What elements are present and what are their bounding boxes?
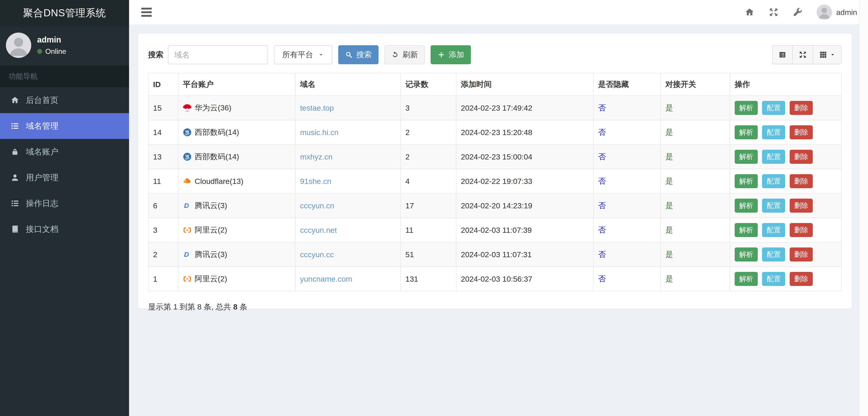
home-icon (10, 96, 20, 105)
switch-toggle[interactable]: 是 (665, 103, 673, 112)
hidden-toggle[interactable]: 否 (598, 274, 606, 283)
pagination-view-button[interactable] (772, 45, 793, 64)
svg-text:D: D (184, 202, 189, 209)
domain-link[interactable]: mxhyz.cn (300, 152, 333, 161)
config-button[interactable]: 配置 (762, 199, 785, 213)
hidden-toggle[interactable]: 否 (598, 128, 606, 136)
search-input[interactable] (168, 45, 268, 64)
config-button[interactable]: 配置 (762, 101, 785, 115)
switch-toggle[interactable]: 是 (665, 201, 673, 210)
switch-toggle[interactable]: 是 (665, 274, 673, 283)
table-summary: 显示第 1 到第 8 条, 总共 8 条 (148, 302, 842, 312)
cloudflare-icon (183, 177, 191, 185)
cell-actions: 解析 配置 删除 (730, 242, 841, 267)
domain-link[interactable]: 91she.cn (300, 177, 331, 185)
list-view-icon (778, 51, 786, 59)
delete-button[interactable]: 删除 (790, 223, 813, 237)
delete-button[interactable]: 删除 (790, 150, 813, 164)
config-button[interactable]: 配置 (762, 174, 785, 188)
resolve-button[interactable]: 解析 (735, 247, 758, 262)
page-scrollbar[interactable] (859, 0, 868, 416)
cell-switch: 是 (661, 144, 730, 169)
delete-button[interactable]: 删除 (790, 199, 813, 213)
columns-toggle-button[interactable] (813, 45, 842, 64)
sidebar-toggle-icon[interactable] (140, 6, 153, 18)
topbar: admin (129, 0, 868, 25)
domain-link[interactable]: cccyun.cc (300, 250, 334, 259)
domain-link[interactable]: cccyun.cn (300, 201, 334, 210)
search-button[interactable]: 搜索 (338, 45, 378, 64)
user-menu[interactable]: admin (816, 4, 857, 20)
resolve-button[interactable]: 解析 (735, 125, 758, 139)
fullscreen-icon[interactable] (769, 7, 779, 17)
refresh-button[interactable]: 刷新 (384, 45, 425, 64)
delete-button[interactable]: 删除 (790, 247, 813, 262)
hidden-toggle[interactable]: 否 (598, 177, 606, 185)
domains-table: ID 平台账户 域名 记录数 添加时间 是否隐藏 对接开关 操作 15 (148, 73, 842, 291)
delete-button[interactable]: 删除 (790, 125, 813, 139)
sidebar-item-api-docs[interactable]: 接口文档 (0, 216, 129, 242)
delete-button[interactable]: 删除 (790, 272, 813, 286)
config-button[interactable]: 配置 (762, 223, 785, 237)
cell-platform: D 腾讯云(3) (178, 242, 295, 267)
settings-wrench-icon[interactable] (793, 7, 803, 17)
sidebar-item-dashboard[interactable]: 后台首页 (0, 87, 129, 113)
config-button[interactable]: 配置 (762, 272, 785, 286)
cell-switch: 是 (661, 194, 730, 218)
log-icon (10, 199, 20, 208)
caret-down-icon (830, 52, 835, 58)
cell-hidden: 否 (593, 96, 661, 120)
cell-id: 2 (148, 242, 178, 267)
cell-domain: 91she.cn (295, 169, 401, 194)
resolve-button[interactable]: 解析 (735, 150, 758, 164)
hidden-toggle[interactable]: 否 (598, 103, 606, 112)
sidebar: 聚合DNS管理系统 admin Online 功能导航 后台首页 域名管理 (0, 0, 129, 416)
switch-toggle[interactable]: 是 (665, 226, 673, 234)
cell-added-time: 2024-02-22 19:07:33 (456, 169, 593, 194)
config-button[interactable]: 配置 (762, 150, 785, 164)
platform-select[interactable]: 所有平台 (274, 45, 332, 64)
cell-switch: 是 (661, 242, 730, 267)
cell-hidden: 否 (593, 267, 661, 291)
hidden-toggle[interactable]: 否 (598, 152, 606, 161)
resolve-button[interactable]: 解析 (735, 199, 758, 213)
hidden-toggle[interactable]: 否 (598, 201, 606, 210)
hidden-toggle[interactable]: 否 (598, 250, 606, 258)
table-row: 13 W 西部数码(14) mxhyz.cn 2 2024-02-23 15:0… (148, 144, 841, 169)
cell-switch: 是 (661, 267, 730, 291)
domain-link[interactable]: music.hi.cn (300, 128, 338, 137)
resolve-button[interactable]: 解析 (735, 272, 758, 286)
switch-toggle[interactable]: 是 (665, 128, 673, 136)
add-button[interactable]: 添加 (431, 45, 471, 64)
domain-link[interactable]: yuncname.com (300, 275, 352, 283)
fullscreen-table-button[interactable] (793, 45, 813, 64)
sidebar-item-domains[interactable]: 域名管理 (0, 113, 129, 139)
switch-toggle[interactable]: 是 (665, 250, 673, 258)
delete-button[interactable]: 删除 (790, 101, 813, 115)
domain-link[interactable]: cccyun.net (300, 226, 337, 234)
table-row: 14 W 西部数码(14) music.hi.cn 2 2024-02-23 1… (148, 120, 841, 144)
sidebar-item-logs[interactable]: 操作日志 (0, 190, 129, 216)
config-button[interactable]: 配置 (762, 125, 785, 139)
column-header-id: ID (148, 73, 178, 96)
resolve-button[interactable]: 解析 (735, 223, 758, 237)
cell-record-count: 3 (401, 96, 456, 120)
switch-toggle[interactable]: 是 (665, 177, 673, 185)
hidden-toggle[interactable]: 否 (598, 226, 606, 234)
switch-toggle[interactable]: 是 (665, 152, 673, 161)
domain-link[interactable]: testae.top (300, 104, 334, 112)
sidebar-item-users[interactable]: 用户管理 (0, 165, 129, 190)
column-header-switch: 对接开关 (661, 73, 730, 96)
sidebar-item-domain-accounts[interactable]: 域名账户 (0, 139, 129, 165)
content: 搜索 所有平台 搜索 刷新 (129, 25, 868, 416)
table-header-row: ID 平台账户 域名 记录数 添加时间 是否隐藏 对接开关 操作 (148, 73, 841, 96)
cloudflare-icon (183, 177, 191, 185)
config-button[interactable]: 配置 (762, 247, 785, 262)
delete-button[interactable]: 删除 (790, 174, 813, 188)
resolve-button[interactable]: 解析 (735, 174, 758, 188)
aliyun-icon (183, 226, 191, 234)
home-icon[interactable] (745, 7, 754, 17)
cell-domain: music.hi.cn (295, 120, 401, 144)
resolve-button[interactable]: 解析 (735, 101, 758, 115)
cell-platform: Cloudflare(13) (178, 169, 295, 194)
